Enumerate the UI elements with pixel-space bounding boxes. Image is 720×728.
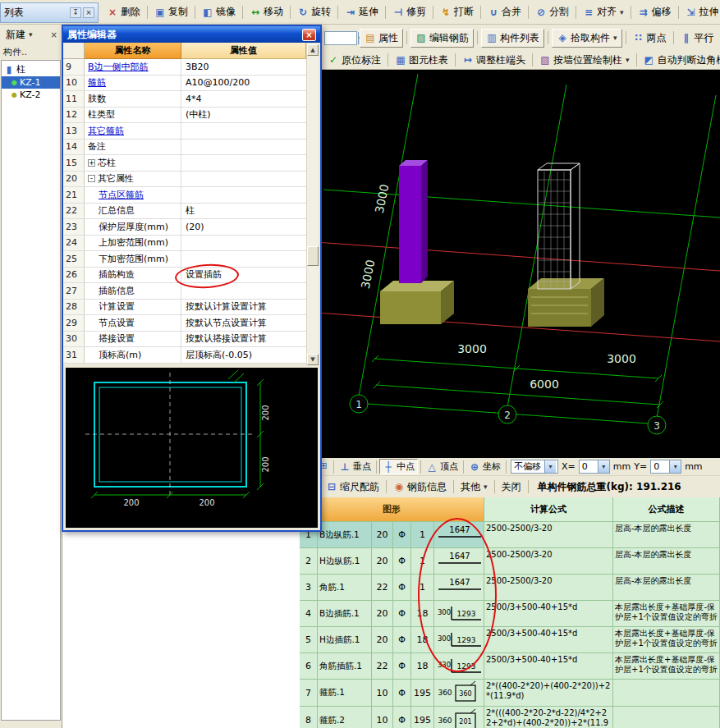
property-value[interactable]: 3B20 bbox=[181, 59, 306, 75]
properties-button[interactable]: ▤属性 bbox=[360, 29, 403, 48]
svg-text:360: 360 bbox=[459, 690, 471, 698]
close-icon[interactable]: × bbox=[48, 30, 60, 39]
format-combobox[interactable]: ▾ bbox=[324, 31, 357, 45]
other-button[interactable]: 其他▾ bbox=[456, 478, 492, 496]
property-name[interactable]: B边一侧中部筋 bbox=[88, 61, 149, 73]
property-value[interactable]: 柱 bbox=[181, 204, 306, 219]
property-value[interactable] bbox=[181, 236, 306, 251]
y-coord-input[interactable]: 0 ▾ bbox=[650, 460, 681, 474]
column-table-button[interactable]: ▦图元柱表 bbox=[391, 52, 452, 69]
scrollbar-thumb[interactable] bbox=[307, 246, 319, 266]
separator bbox=[433, 6, 433, 19]
offset-mode-select[interactable]: 不偏移 ▾ bbox=[511, 460, 558, 474]
rotate-button[interactable]: ↻旋转 bbox=[293, 3, 335, 21]
edit-rebar-button[interactable]: ▨编辑钢筋 bbox=[410, 29, 474, 48]
close-icon[interactable]: × bbox=[302, 29, 316, 41]
property-name: 保护层厚度(mm) bbox=[99, 221, 168, 233]
button-label: 图元柱表 bbox=[409, 53, 448, 67]
rebar-table-row[interactable]: 6角筋插筋.122Φ1833012932500/3+500-40+15*d本层露… bbox=[300, 653, 720, 680]
property-value[interactable] bbox=[181, 155, 306, 171]
parallel-button[interactable]: ∥平行 bbox=[676, 30, 718, 47]
expand-icon[interactable]: + bbox=[88, 159, 95, 167]
property-value[interactable]: 按默认计算设置计算 bbox=[181, 300, 306, 315]
pin-icon[interactable]: ↧ bbox=[70, 7, 81, 18]
collapse-icon[interactable]: - bbox=[88, 175, 95, 182]
break-button[interactable]: ↯打断 bbox=[436, 3, 478, 21]
scroll-up-icon[interactable]: ▲ bbox=[307, 44, 319, 56]
component-list-button[interactable]: ▥构件列表 bbox=[481, 29, 544, 48]
shape-graphic: 360201 bbox=[434, 707, 484, 728]
pick-component-button[interactable]: ◈拾取构件▾ bbox=[552, 29, 622, 48]
extend-button[interactable]: ⇥延伸 bbox=[341, 3, 383, 21]
tree-item-kz1[interactable]: ● KZ-1 bbox=[2, 76, 60, 89]
property-value[interactable]: A10@100/200 bbox=[181, 76, 306, 91]
formula-column-header: 计算公式 bbox=[484, 497, 613, 522]
property-row: 9B边一侧中部筋3B20 bbox=[63, 59, 306, 76]
scale-rebar-button[interactable]: ⊟缩尺配筋 bbox=[322, 478, 383, 496]
rebar-table-row[interactable]: 5H边插筋.120Φ1830012932500/3+500-40+15*d本层露… bbox=[300, 627, 720, 653]
mirror-button[interactable]: ◧镜像 bbox=[198, 3, 240, 21]
delete-button[interactable]: ×删除 bbox=[103, 3, 144, 21]
rebar-table-row[interactable]: 1B边纵筋.120Φ116472500-2500/3-20层高-本层的露出长度 bbox=[300, 522, 720, 548]
property-value[interactable]: 4*4 bbox=[181, 91, 306, 107]
copy-button[interactable]: ▣复制 bbox=[150, 3, 192, 21]
property-name-cell: 箍筋 bbox=[85, 76, 181, 91]
scroll-down-icon[interactable]: ▼ bbox=[307, 354, 319, 365]
property-value[interactable]: 按默认搭接设置计算 bbox=[181, 332, 306, 347]
row-number: 2 bbox=[300, 548, 318, 575]
property-name[interactable]: 其它箍筋 bbox=[88, 125, 124, 137]
split-button[interactable]: ⊘分割 bbox=[531, 3, 573, 21]
rebar-table-row[interactable]: 7箍筋.110Φ1953603602*((400-2*20)+(400-2*20… bbox=[300, 680, 720, 707]
property-name[interactable]: 箍筋 bbox=[88, 76, 106, 89]
separator bbox=[455, 53, 456, 66]
property-value[interactable] bbox=[181, 187, 306, 203]
close-rebar-button[interactable]: 关闭 bbox=[498, 478, 525, 496]
trim-button[interactable]: ⊣修剪 bbox=[388, 3, 430, 21]
tree-node-column[interactable]: ▮ 柱 bbox=[2, 62, 60, 76]
move-button[interactable]: ↔移动 bbox=[245, 3, 287, 21]
property-name-cell: 顶标高(m) bbox=[85, 347, 181, 363]
property-value[interactable] bbox=[181, 123, 306, 139]
svg-text:360: 360 bbox=[438, 689, 452, 697]
property-name[interactable]: 节点区箍筋 bbox=[99, 189, 144, 201]
property-value[interactable]: 按默认节点设置计算 bbox=[181, 315, 306, 331]
merge-button[interactable]: ∪合并 bbox=[484, 3, 525, 21]
list-panel-titlebar[interactable]: 列表 ↧ × bbox=[0, 2, 99, 23]
vertex-point-button[interactable]: △顶点 bbox=[424, 460, 461, 474]
adjust-column-end-button[interactable]: ↦调整柱端头 bbox=[458, 52, 530, 69]
snap-toolbar: ▭ ⊞ ⊥垂点┼中点△顶点⊕坐标 不偏移 ▾ X= 0 ▾ mm Y= 0 ▾ … bbox=[300, 458, 720, 476]
auto-corner-button[interactable]: ◩自动判断边角柱 bbox=[640, 52, 720, 69]
property-value[interactable]: (中柱) bbox=[181, 108, 306, 123]
x-coord-input[interactable]: 0 ▾ bbox=[579, 460, 610, 474]
component-dot-icon: ● bbox=[11, 79, 17, 86]
property-value[interactable] bbox=[181, 172, 306, 187]
two-points-button[interactable]: ∷两点 bbox=[629, 30, 671, 47]
property-value[interactable] bbox=[181, 140, 306, 155]
rebar-info-button[interactable]: ◉钢筋信息 bbox=[389, 478, 451, 496]
offset-button[interactable]: ⇉偏移 bbox=[634, 3, 676, 21]
perp-point-button[interactable]: ⊥垂点 bbox=[337, 460, 374, 474]
wireframe-column bbox=[538, 163, 580, 289]
button-label: 坐标 bbox=[483, 460, 501, 473]
align-button[interactable]: ≡对齐▾ bbox=[579, 3, 628, 21]
tree-item-kz2[interactable]: ● KZ-2 bbox=[2, 89, 60, 101]
scale-rebar-icon: ⊟ bbox=[326, 481, 337, 492]
rebar-table-row[interactable]: 8箍筋.210Φ1953602012*(((400-2*20-2*d-22)/4… bbox=[300, 707, 720, 728]
dialog-titlebar[interactable]: 属性编辑器 × bbox=[63, 26, 320, 43]
draw-by-wall-button[interactable]: ▧按墙位置绘制柱▾ bbox=[535, 52, 634, 69]
property-value[interactable]: 层顶标高(-0.05) bbox=[181, 347, 306, 363]
property-rows: 9B边一侧中部筋3B2010箍筋A10@100/20011肢数4*412柱类型(… bbox=[63, 59, 306, 364]
coordinate-button[interactable]: ⊕坐标 bbox=[466, 460, 503, 474]
dialog-scrollbar[interactable]: ▲ ▼ bbox=[306, 44, 319, 365]
rebar-table-row[interactable]: 3角筋.122Φ116472500-2500/3-20层高-本层的露出长度 bbox=[300, 575, 720, 601]
new-button[interactable]: 新建 ▾ bbox=[2, 26, 37, 43]
insitu-label-button[interactable]: ✓原位标注 bbox=[323, 52, 385, 69]
property-value[interactable]: (20) bbox=[181, 219, 306, 235]
mid-point-button[interactable]: ┼中点 bbox=[379, 459, 418, 474]
button-label: 镜像 bbox=[216, 5, 236, 19]
close-icon[interactable]: × bbox=[83, 7, 94, 18]
button-label: 自动判断边角柱 bbox=[658, 53, 720, 67]
rebar-table-row[interactable]: 2H边纵筋.120Φ116472500-2500/3-20层高-本层的露出长度 bbox=[300, 548, 720, 575]
rebar-table-row[interactable]: 4B边插筋.120Φ1830012932500/3+500-40+15*d本层露… bbox=[300, 601, 720, 627]
stretch-button[interactable]: ⇲拉伸 bbox=[681, 3, 720, 21]
